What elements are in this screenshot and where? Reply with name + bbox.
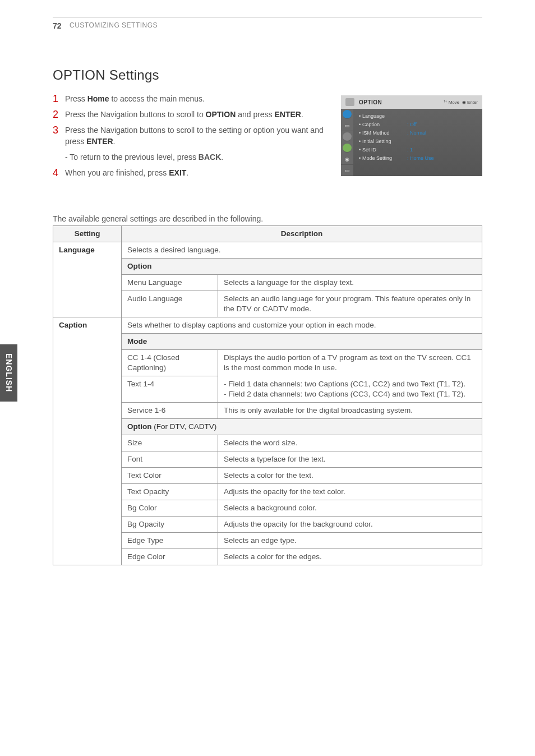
- step-number: 2: [53, 109, 65, 120]
- page-number: 72: [53, 21, 62, 30]
- osd-label: ISM Method: [362, 129, 407, 137]
- sub-val: Selects an edge type.: [218, 532, 482, 548]
- sub-val: Displays the audio portion of a TV progr…: [218, 350, 482, 376]
- header-title: CUSTOMIZING SETTINGS: [70, 21, 158, 29]
- text: to access the main menus.: [109, 94, 205, 103]
- sub-key: Size: [122, 435, 218, 451]
- step-body: Press the Navigation buttons to scroll t…: [65, 125, 333, 147]
- sub-val: Adjusts the opacity for the background c…: [218, 516, 482, 532]
- step-number: 3: [53, 125, 65, 147]
- section-header: Option (For DTV, CADTV): [122, 418, 482, 435]
- sub-key: Text Opacity: [122, 483, 218, 500]
- bold: BACK: [199, 153, 221, 162]
- osd-row: •Set ID: 1: [359, 146, 477, 154]
- sub-val: Adjusts the opacity for the text color.: [218, 483, 482, 500]
- osd-row: •Language: [359, 112, 477, 121]
- osd-sidebar: ▭ ◉ ▭: [341, 109, 353, 176]
- step-2: 2 Press the Navigation buttons to scroll…: [53, 109, 333, 120]
- step-4: 4 When you are finished, press EXIT.: [53, 167, 333, 178]
- text: and press: [236, 110, 274, 119]
- sub-key: Audio Language: [122, 291, 218, 317]
- hint-move: Move: [449, 100, 460, 105]
- bold: Home: [87, 94, 109, 103]
- osd-label: Caption: [362, 121, 407, 129]
- sub-key: Edge Type: [122, 532, 218, 548]
- setting-desc: Sets whether to display captions and cus…: [122, 317, 482, 334]
- audio-icon: ▭: [341, 120, 353, 131]
- return-line: - To return to the previous level, press…: [65, 151, 333, 163]
- sub-val: This is only available for the digital b…: [218, 402, 482, 418]
- network-icon: ◉: [341, 154, 353, 165]
- bold: ENTER: [275, 110, 301, 119]
- step-3: 3 Press the Navigation buttons to scroll…: [53, 125, 333, 147]
- osd-value: : Off: [407, 121, 417, 129]
- section-header: Mode: [122, 334, 482, 350]
- bold: EXIT: [169, 168, 186, 177]
- bold: ENTER: [86, 137, 113, 146]
- option-suffix: (For DTV, CADTV): [152, 422, 217, 431]
- sub-val: Selects a typeface for the text.: [218, 451, 482, 467]
- sub-val: Selects a color for the text.: [218, 467, 482, 483]
- bold: OPTION: [206, 110, 236, 119]
- sub-val: Selects the word size.: [218, 435, 482, 451]
- text: - To return to the previous level, press: [65, 153, 199, 162]
- osd-hints: ꜛꜜ Move ◉ Enter: [444, 100, 478, 105]
- picture-icon: [343, 110, 352, 119]
- header-description: Description: [122, 226, 482, 242]
- sub-val: Selects a background color.: [218, 500, 482, 516]
- step-body: Press Home to access the main menus.: [65, 93, 333, 104]
- sub-key: Font: [122, 451, 218, 467]
- osd-label: Set ID: [362, 146, 407, 154]
- osd-title: OPTION: [359, 99, 382, 105]
- language-side-tab: ENGLISH: [0, 344, 17, 402]
- osd-value: : 1: [407, 146, 413, 154]
- step-number: 1: [53, 93, 65, 104]
- osd-label: Mode Setting: [362, 154, 407, 163]
- osd-preview: OPTION ꜛꜜ Move ◉ Enter ▭ ◉ ▭ •Language •…: [341, 95, 482, 176]
- osd-row: •ISM Method: Normal: [359, 129, 477, 137]
- osd-list: •Language •Caption: Off •ISM Method: Nor…: [353, 109, 482, 176]
- text: When you are finished, press: [65, 168, 169, 177]
- setting-desc: Selects a desired language.: [122, 242, 482, 259]
- text: Press: [65, 94, 87, 103]
- table-row: Language Selects a desired language.: [53, 242, 482, 259]
- sub-key: Text 1-4: [122, 376, 218, 403]
- text: .: [301, 110, 303, 119]
- step-body: Press the Navigation buttons to scroll t…: [65, 109, 333, 120]
- text: Press the Navigation buttons to scroll t…: [65, 110, 206, 119]
- osd-row: •Initial Setting: [359, 137, 477, 146]
- sub-key: Edge Color: [122, 548, 218, 565]
- osd-row: •Mode Setting: Home Use: [359, 154, 477, 163]
- header-setting: Setting: [53, 226, 122, 242]
- clock-icon: [343, 144, 352, 153]
- step-1: 1 Press Home to access the main menus.: [53, 93, 333, 104]
- osd-label: Language: [362, 112, 407, 121]
- sub-key: Bg Opacity: [122, 516, 218, 532]
- osd-body: ▭ ◉ ▭ •Language •Caption: Off •ISM Metho…: [341, 109, 482, 176]
- osd-label: Initial Setting: [362, 137, 407, 146]
- setting-name: Caption: [53, 317, 122, 565]
- setting-name: Language: [53, 242, 122, 317]
- sub-key: Bg Color: [122, 500, 218, 516]
- sub-key: Menu Language: [122, 275, 218, 291]
- sub-val: Selects a color for the edges.: [218, 548, 482, 565]
- hint-enter: Enter: [467, 100, 478, 105]
- option-label: Option: [127, 422, 152, 431]
- support-icon: ▭: [341, 165, 353, 176]
- osd-value: : Home Use: [407, 154, 434, 163]
- sub-key: Service 1-6: [122, 402, 218, 418]
- step-number: 4: [53, 167, 65, 178]
- table-header-row: Setting Description: [53, 226, 482, 242]
- sub-key: Text Color: [122, 467, 218, 483]
- sub-val: Selects a language for the display text.: [218, 275, 482, 291]
- table-row: Caption Sets whether to display captions…: [53, 317, 482, 334]
- osd-value: : Normal: [407, 129, 426, 137]
- step-body: When you are finished, press EXIT.: [65, 167, 333, 178]
- text: .: [113, 137, 116, 146]
- settings-table: Setting Description Language Selects a d…: [53, 225, 482, 565]
- text: .: [186, 168, 188, 177]
- sub-val: - Field 1 data channels: two Captions (C…: [218, 376, 482, 403]
- osd-row: •Caption: Off: [359, 121, 477, 129]
- sub-key: CC 1-4 (Closed Captioning): [122, 350, 218, 376]
- sub-val: Selects an audio language for your progr…: [218, 291, 482, 317]
